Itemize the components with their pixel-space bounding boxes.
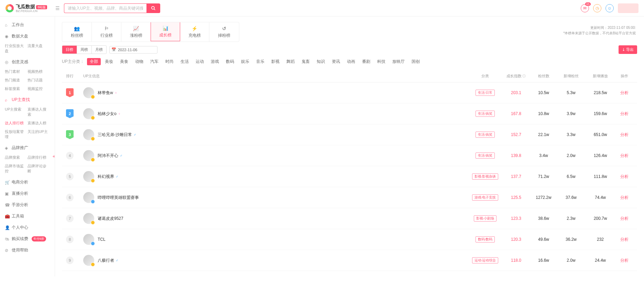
up-info[interactable]: 柏林少女o♀ (83, 108, 468, 119)
category-item[interactable]: 舞蹈 (284, 58, 297, 65)
category-item[interactable]: 全部 (87, 58, 101, 65)
up-info[interactable]: 八极行者♂ (83, 255, 468, 266)
analyze-link[interactable]: 分析 (620, 258, 629, 263)
category-item[interactable]: 运动 (193, 58, 207, 65)
category-item[interactable]: 音乐 (253, 58, 267, 65)
analyze-link[interactable]: 分析 (620, 216, 629, 221)
rank-tab-3[interactable]: 📊成长榜 (151, 22, 180, 41)
analyze-link[interactable]: 分析 (620, 237, 629, 242)
category-item[interactable]: 动物 (132, 58, 146, 65)
sidebar-link-active[interactable]: 达人排行榜 (5, 120, 28, 126)
sidebar-group-datapanel[interactable]: ◉数据大盘 (0, 31, 55, 42)
up-info[interactable]: TCL (83, 234, 468, 245)
category-tag[interactable]: 生活·搞笑 (476, 153, 495, 159)
category-tag[interactable]: 生活·搞笑 (476, 132, 495, 138)
export-button[interactable]: ⤓导出 (619, 45, 637, 54)
category-tag[interactable]: 游戏·电子竞技 (472, 194, 499, 201)
category-item[interactable]: 娱乐 (238, 58, 252, 65)
sidebar-item-purchase[interactable]: 🛍购买续费年付6折 (0, 233, 55, 245)
analyze-link[interactable]: 分析 (620, 132, 629, 137)
sidebar-link[interactable]: 直播达人搜索 (28, 106, 50, 118)
sidebar-link[interactable]: 热门话题 (28, 77, 50, 83)
sidebar-item-mobile[interactable]: ☎手游分析 (0, 199, 55, 211)
rank-tab-2[interactable]: 📈涨粉榜 (121, 22, 151, 42)
sidebar-link[interactable]: 流量大盘 (28, 43, 50, 54)
logo[interactable]: 飞瓜数据 B站版 BZ.FEIGUA.CN (6, 4, 47, 13)
analyze-link[interactable]: 分析 (620, 153, 629, 158)
category-tag[interactable]: 数码·数码 (476, 236, 495, 242)
sidebar-group-brand[interactable]: ◈品牌推广 (0, 142, 55, 154)
category-item[interactable]: 游戏 (208, 58, 222, 65)
period-tab-2[interactable]: 月榜 (92, 46, 106, 54)
user-avatar[interactable] (618, 3, 638, 13)
category-item[interactable]: 知识 (314, 58, 328, 65)
sidebar-item-toolbox[interactable]: 🧰工具箱 (0, 211, 55, 222)
rank-tab-1[interactable]: 🏳行业榜 (92, 22, 121, 42)
category-item[interactable]: 生活 (178, 58, 192, 65)
up-info[interactable]: 哔哩哔哩英雄联盟赛事 (83, 192, 468, 203)
up-info[interactable]: 科幻视界♂ (83, 171, 468, 182)
category-item[interactable]: 鬼畜 (299, 58, 313, 65)
sidebar-item-ecom[interactable]: 🛒电商分析 (0, 177, 55, 188)
sidebar-link[interactable]: 品牌市场监控 (5, 163, 28, 174)
category-item[interactable]: 动画 (344, 58, 358, 65)
analyze-link[interactable]: 分析 (620, 195, 629, 200)
sidebar-link[interactable]: 热门素材 (5, 68, 28, 75)
analyze-link[interactable]: 分析 (620, 90, 629, 95)
th-score[interactable]: 成长指数ⓘ (502, 74, 530, 79)
sidebar-item-personal[interactable]: 👤个人中心 (0, 222, 55, 233)
period-tab-1[interactable]: 周榜 (77, 46, 92, 54)
sidebar-link[interactable]: 视频热榜 (28, 68, 50, 75)
support-icon[interactable]: ☺ (605, 4, 614, 12)
category-item[interactable]: 数码 (223, 58, 237, 65)
period-tab-0[interactable]: 日榜 (62, 46, 77, 54)
category-tag[interactable]: 运动·运动综合 (472, 257, 499, 263)
analyze-link[interactable]: 分析 (620, 111, 629, 116)
sidebar-link[interactable]: 品牌搜索 (5, 154, 28, 161)
sidebar-item-help[interactable]: ⊘使用帮助 (0, 245, 55, 256)
clock-icon[interactable]: ◷ (593, 4, 601, 12)
rank-tab-4[interactable]: ⚡充电榜 (180, 22, 209, 42)
category-item[interactable]: 放映厅 (390, 58, 407, 65)
category-item[interactable]: 美妆 (102, 58, 116, 65)
category-item[interactable]: 国创 (409, 58, 423, 65)
category-tag[interactable]: 生活·日常 (476, 90, 495, 96)
category-item[interactable]: 番剧 (359, 58, 373, 65)
up-info[interactable]: 林带鱼w♀ (83, 87, 468, 98)
sidebar-item-worktable[interactable]: ⌂工作台 (0, 19, 55, 31)
up-info[interactable]: 阿沛不开心♂ (83, 150, 468, 161)
category-item[interactable]: 汽车 (148, 58, 161, 65)
category-tag[interactable]: 影视·影视杂谈 (472, 173, 499, 180)
sidebar-item-live[interactable]: ▣直播分析 (0, 188, 55, 199)
menu-toggle-icon[interactable]: ☰ (55, 5, 60, 11)
sidebar-link[interactable]: 品牌排行榜 (28, 154, 50, 161)
search-button[interactable] (146, 3, 160, 13)
mail-icon[interactable]: ✉65 (581, 4, 589, 12)
analyze-link[interactable]: 分析 (620, 174, 629, 179)
category-item[interactable]: 科技 (374, 58, 388, 65)
category-item[interactable]: 影视 (269, 58, 282, 65)
rank-tab-0[interactable]: 👥粉丝榜 (62, 22, 92, 42)
rank-tab-5[interactable]: ↺掉粉榜 (209, 22, 239, 42)
category-tag[interactable]: 生活·搞笑 (476, 111, 495, 117)
sidebar-link[interactable]: 标签搜索 (5, 86, 28, 92)
date-input[interactable] (109, 46, 157, 54)
sidebar-link[interactable]: UP主搜索 (5, 106, 28, 118)
sidebar-collapse-icon[interactable]: « (53, 154, 55, 159)
sidebar-link[interactable]: 投放结案管理 (5, 128, 28, 140)
category-item[interactable]: 美食 (117, 58, 131, 65)
sidebar-link[interactable]: 品牌评论诊断 (28, 163, 50, 174)
sidebar-link[interactable]: 视频监控 (28, 86, 50, 92)
up-info[interactable]: 诸葛皮皮9527 (83, 213, 468, 224)
category-item[interactable]: 时尚 (163, 58, 176, 65)
sidebar-group-upsearch[interactable]: ⌕UP主查找 (0, 94, 55, 105)
sidebar-link[interactable]: 关注的UP主 (28, 128, 50, 140)
sidebar-link[interactable]: 热门频道 (5, 77, 28, 83)
sidebar-group-creative[interactable]: ◎创意灵感 (0, 56, 55, 68)
sidebar-link[interactable]: 行业投放大盘 (5, 43, 28, 54)
search-input[interactable] (64, 3, 146, 13)
sidebar-link[interactable]: 直播达人榜 (28, 120, 50, 126)
category-item[interactable]: 资讯 (329, 58, 343, 65)
up-info[interactable]: 三哈兄弟-沙雕日常♂ (83, 129, 468, 140)
category-tag[interactable]: 影视·小剧场 (474, 215, 497, 222)
